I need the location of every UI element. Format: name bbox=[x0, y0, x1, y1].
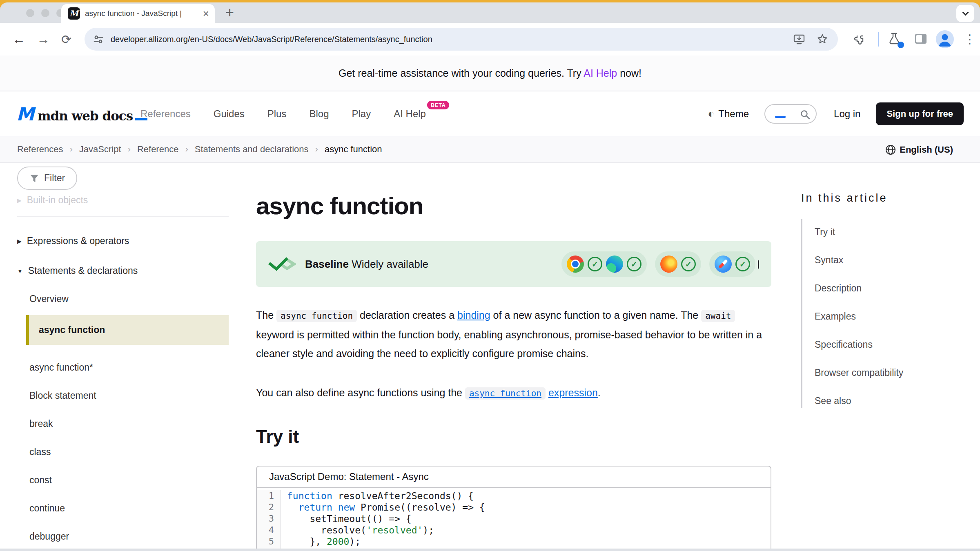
sidebar-item-const[interactable]: const bbox=[29, 475, 229, 486]
theme-toggle[interactable]: ◐ Theme bbox=[708, 108, 749, 120]
site-info-icon[interactable] bbox=[93, 33, 104, 45]
sidebar-item-async-function[interactable]: async function* bbox=[29, 362, 229, 373]
filter-label: Filter bbox=[44, 173, 65, 184]
bookmark-star-icon[interactable] bbox=[817, 33, 828, 45]
signup-button[interactable]: Sign up for free bbox=[876, 102, 964, 125]
sidebar-section-expressions-operators[interactable]: ▶Expressions & operators bbox=[17, 236, 229, 247]
sidebar-item-block-statement[interactable]: Block statement bbox=[29, 390, 229, 401]
nav-item-guides[interactable]: Guides bbox=[214, 108, 245, 120]
inline-link-binding[interactable]: binding bbox=[457, 309, 490, 321]
code-text: return new Promise((resolve) => { bbox=[281, 502, 485, 513]
login-link[interactable]: Log in bbox=[834, 108, 860, 120]
url-text[interactable]: developer.allizom.org/en-US/docs/Web/Jav… bbox=[111, 35, 432, 44]
address-bar[interactable]: developer.allizom.org/en-US/docs/Web/Jav… bbox=[85, 28, 838, 51]
breadcrumb-item-async-function[interactable]: async function bbox=[325, 144, 382, 155]
nav-item-plus[interactable]: Plus bbox=[267, 108, 287, 120]
forward-icon[interactable]: → bbox=[37, 32, 50, 47]
baseline-expand-button[interactable] bbox=[755, 260, 759, 268]
close-tab-icon[interactable]: × bbox=[203, 8, 209, 19]
toc-item-syntax[interactable]: Syntax bbox=[815, 255, 977, 266]
breadcrumb-item-reference[interactable]: Reference bbox=[137, 144, 179, 155]
code-token: setTimeout(() => { bbox=[287, 513, 412, 524]
code-line: 5 }, 2000); bbox=[257, 536, 771, 547]
install-page-icon[interactable] bbox=[793, 33, 805, 45]
line-number: 6 bbox=[257, 547, 281, 549]
search-input[interactable] bbox=[764, 104, 817, 124]
nav-item-references[interactable]: References bbox=[140, 108, 191, 120]
sidebar-item-class[interactable]: class bbox=[29, 447, 229, 458]
baseline-browser-support: ✓✓✓✓ bbox=[561, 251, 755, 277]
code-text: }, 2000); bbox=[281, 536, 361, 547]
caret-expanded-icon: ▼ bbox=[17, 268, 23, 274]
browser-support-pill: ✓✓ bbox=[561, 251, 647, 277]
toc-list: Try itSyntaxDescriptionExamplesSpecifica… bbox=[801, 219, 977, 408]
search-icon[interactable] bbox=[800, 109, 811, 120]
back-icon[interactable]: ← bbox=[12, 32, 25, 47]
code-token: return bbox=[298, 502, 332, 513]
breadcrumb-item-javascript[interactable]: JavaScript bbox=[79, 144, 121, 155]
breadcrumb-separator: › bbox=[185, 144, 188, 155]
mdn-logo-text: mdn web docs bbox=[38, 109, 133, 123]
code-text: }); bbox=[281, 547, 315, 549]
toc-item-try-it[interactable]: Try it bbox=[815, 227, 977, 238]
browser-menu-icon[interactable]: ⋮ bbox=[964, 32, 976, 46]
safari-icon bbox=[715, 256, 732, 273]
toc-item-description[interactable]: Description bbox=[815, 283, 977, 294]
language-label: English (US) bbox=[900, 144, 953, 155]
nav-item-ai-help[interactable]: AI HelpBETA bbox=[394, 108, 449, 120]
tryit-heading: Try it bbox=[256, 427, 771, 447]
toc-item-see-also[interactable]: See also bbox=[815, 395, 977, 407]
sidebar-section-built-in-objects[interactable]: ▶Built-in objects bbox=[17, 195, 229, 217]
extensions-icon[interactable] bbox=[851, 33, 864, 46]
code-line: 1function resolveAfter2Seconds() { bbox=[257, 490, 771, 502]
toc-item-examples[interactable]: Examples bbox=[815, 311, 977, 322]
browser-tab[interactable]: M async function - JavaScript | × bbox=[61, 4, 215, 23]
text-segment: async function bbox=[276, 310, 357, 322]
toc-item-browser-compatibility[interactable]: Browser compatibility bbox=[815, 367, 977, 378]
second-paragraph: You can also define async functions usin… bbox=[256, 383, 767, 403]
chevron-down-icon bbox=[962, 9, 969, 16]
nav-item-play[interactable]: Play bbox=[352, 108, 371, 120]
inline-link-expression[interactable]: expression bbox=[548, 387, 598, 398]
toc-heading: In this article bbox=[801, 192, 977, 204]
reload-icon[interactable]: ⟳ bbox=[61, 32, 71, 47]
sidebar-item-continue[interactable]: continue bbox=[29, 503, 229, 514]
sidebar-section-label: Statements & declarations bbox=[28, 265, 138, 276]
text-segment: The bbox=[256, 309, 276, 321]
article: async function Baseline Widely available… bbox=[256, 163, 771, 549]
browser-toolbar: ← → ⟳ developer.allizom.org/en-US/docs/W… bbox=[0, 23, 980, 56]
main-nav: ReferencesGuidesPlusBlogPlayAI HelpBETA bbox=[140, 91, 449, 136]
breadcrumb-separator: › bbox=[315, 144, 318, 155]
side-panel-icon[interactable] bbox=[915, 33, 927, 44]
inline-link-async-function[interactable]: async function bbox=[465, 387, 546, 400]
sidebar-item-async-function[interactable]: async function bbox=[26, 315, 229, 345]
toc-item-specifications[interactable]: Specifications bbox=[815, 339, 977, 350]
labs-flask-icon[interactable] bbox=[887, 32, 903, 48]
breadcrumb-item-statements-and-declarations[interactable]: Statements and declarations bbox=[195, 144, 309, 155]
sidebar: Filter ▶Built-in objects▶Expressions & o… bbox=[17, 167, 229, 549]
sidebar-item-overview[interactable]: Overview bbox=[29, 293, 229, 304]
sidebar-filter-button[interactable]: Filter bbox=[17, 167, 77, 190]
line-number: 3 bbox=[257, 513, 281, 524]
code-token: }); bbox=[287, 548, 315, 549]
minimize-window-button[interactable] bbox=[41, 9, 49, 17]
text-segment bbox=[546, 387, 548, 398]
new-tab-button[interactable]: + bbox=[225, 4, 234, 21]
theme-icon: ◐ bbox=[708, 108, 715, 120]
code-token: 2000 bbox=[327, 536, 349, 547]
close-window-button[interactable] bbox=[26, 9, 34, 17]
tab-search-button[interactable] bbox=[956, 5, 974, 22]
line-number: 4 bbox=[257, 524, 281, 536]
nav-item-blog[interactable]: Blog bbox=[309, 108, 329, 120]
language-switcher[interactable]: English (US) bbox=[885, 136, 953, 163]
intro-paragraph: The async function declaration creates a… bbox=[256, 306, 767, 363]
mdn-logo[interactable]: M mdn web docs bbox=[16, 104, 147, 124]
code-editor[interactable]: 1function resolveAfter2Seconds() {2 retu… bbox=[257, 488, 771, 549]
inline-link-ai-help[interactable]: AI Help bbox=[584, 67, 617, 79]
tab-title: async function - JavaScript | bbox=[85, 9, 189, 18]
profile-avatar[interactable] bbox=[936, 30, 954, 48]
sidebar-item-break[interactable]: break bbox=[29, 418, 229, 429]
breadcrumb-item-references[interactable]: References bbox=[17, 144, 63, 155]
sidebar-section-statements-declarations[interactable]: ▼Statements & declarations bbox=[17, 265, 229, 276]
sidebar-item-debugger[interactable]: debugger bbox=[29, 531, 229, 542]
